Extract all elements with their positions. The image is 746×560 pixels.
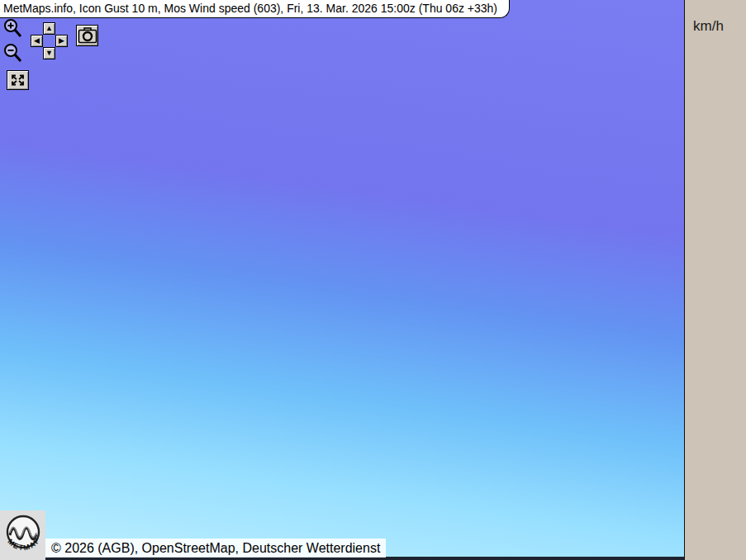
attribution-text: © 2026 (AGB), OpenStreetMap, Deutscher W… [51,541,380,555]
metmaps-app-window: MetMaps.info, Icon Gust 10 m, Mos Wind s… [0,0,746,560]
attribution-bar: © 2026 (AGB), OpenStreetMap, Deutscher W… [45,539,386,558]
legend-color-scale [690,50,723,512]
legend-panel: km/h [684,0,746,560]
legend-unit-label: km/h [693,18,724,35]
fullscreen-expand-icon [9,73,26,88]
weather-map[interactable] [0,0,684,560]
pan-down-button[interactable]: ▼ [43,47,55,59]
pan-up-button[interactable]: ▲ [43,22,55,35]
metmaps-logo[interactable]: METMAPS [0,510,45,560]
map-decoration-layer [0,0,684,560]
magnifier-minus-icon [3,43,23,66]
screenshot-button[interactable] [76,25,98,46]
fullscreen-button[interactable] [7,70,29,90]
map-title-text: MetMaps.info, Icon Gust 10 m, Mos Wind s… [3,2,497,15]
pan-left-button[interactable]: ◀ [31,35,43,47]
zoom-out-button[interactable] [3,43,23,69]
metmaps-logo-icon: METMAPS [2,512,45,558]
camera-icon [78,27,97,44]
zoom-in-button[interactable] [3,18,23,45]
map-title-bar: MetMaps.info, Icon Gust 10 m, Mos Wind s… [0,0,510,18]
pan-right-button[interactable]: ▶ [55,35,68,47]
magnifier-plus-icon [3,18,23,41]
